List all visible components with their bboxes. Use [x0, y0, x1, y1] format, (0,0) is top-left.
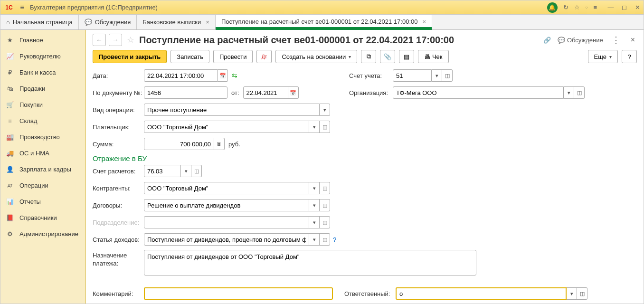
window-maximize-icon[interactable]: ◻ [621, 4, 627, 11]
notifications-icon[interactable]: 🔔 [547, 2, 558, 13]
open-icon[interactable]: ◫ [191, 165, 202, 177]
help-button[interactable]: ? [622, 50, 637, 63]
post-button[interactable]: Провести [213, 50, 253, 63]
nav-forward-button[interactable]: → [109, 34, 122, 46]
dropdown-icon[interactable]: ▾ [309, 199, 320, 211]
sidebar-item-operations[interactable]: ДтОперации [0, 177, 85, 193]
contragent-input[interactable] [144, 182, 309, 194]
history-icon[interactable]: ↻ [563, 4, 568, 11]
calculator-icon[interactable]: 🖩 [214, 138, 225, 150]
dropdown-icon[interactable]: ▾ [309, 182, 320, 194]
sidebar-item-sales[interactable]: 🛍Продажи [0, 80, 85, 96]
list-button[interactable]: ▤ [399, 50, 414, 63]
open-icon[interactable]: ◫ [442, 69, 453, 82]
cart-icon: 🛒 [6, 101, 14, 108]
tab-bank-statements[interactable]: Банковские выписки × [137, 15, 216, 29]
circle-icon[interactable]: ○ [586, 5, 588, 10]
responsible-label: Ответственный: [344, 290, 396, 297]
dropdown-icon[interactable]: ▾ [309, 121, 320, 133]
window-minimize-icon[interactable]: — [607, 4, 614, 11]
create-based-on-button[interactable]: Создать на основании▾ [275, 50, 357, 63]
tab-bank-statements-label: Банковские выписки [142, 19, 201, 26]
more-menu-button[interactable]: Еще▾ [588, 50, 618, 63]
sidebar-item-bank[interactable]: ₽Банк и касса [0, 64, 85, 80]
pallet-icon: ≡ [6, 117, 14, 124]
dropdown-icon[interactable]: ▾ [309, 233, 320, 246]
tab-home[interactable]: ⌂ Начальная страница [0, 15, 79, 29]
dropdown-icon[interactable]: ▾ [309, 216, 320, 228]
op-type-input[interactable] [144, 104, 320, 116]
open-icon[interactable]: ◫ [320, 199, 330, 211]
hamburger-menu-icon[interactable]: ≡ [18, 3, 27, 12]
link-icon[interactable]: 🔗 [543, 37, 551, 44]
nav-back-button[interactable]: ← [93, 34, 106, 46]
responsible-input[interactable] [396, 287, 567, 300]
open-icon[interactable]: ◫ [320, 121, 330, 133]
dropdown-icon[interactable]: ▾ [320, 104, 330, 116]
save-button[interactable]: Записать [170, 50, 209, 63]
sidebar-item-catalogs[interactable]: 📕Справочники [0, 209, 85, 226]
org-input[interactable] [393, 86, 564, 99]
dropdown-icon[interactable]: ▾ [181, 165, 191, 177]
open-icon[interactable]: ◫ [320, 216, 330, 228]
favorite-star-icon[interactable]: ☆ [574, 4, 580, 11]
tab-discussions[interactable]: 💬 Обсуждения [79, 15, 137, 29]
factory-icon: 🏭 [6, 133, 14, 141]
structure-button[interactable]: ⧉ [361, 50, 376, 63]
income-item-input[interactable] [144, 233, 309, 246]
sidebar-item-manager[interactable]: 📈Руководителю [0, 48, 85, 64]
purpose-textarea[interactable] [144, 250, 476, 276]
printer-icon: 🖶 [424, 53, 430, 60]
sidebar-item-reports[interactable]: 📊Отчеты [0, 193, 85, 209]
date-input[interactable] [144, 69, 218, 82]
payer-input[interactable] [144, 121, 309, 133]
from-date-input[interactable] [243, 86, 288, 99]
attach-button[interactable]: 📎 [380, 50, 395, 63]
close-document-icon[interactable]: × [629, 36, 637, 44]
help-icon[interactable]: ? [333, 236, 336, 243]
sidebar-item-production[interactable]: 🏭Производство [0, 129, 85, 145]
sidebar-item-label: Операции [19, 182, 48, 189]
tab-close-icon[interactable]: × [206, 19, 209, 26]
account-label: Счет учета: [349, 72, 393, 79]
tab-active-document[interactable]: Поступление на расчетный счет ве01-00000… [216, 15, 432, 30]
open-icon[interactable]: ◫ [320, 182, 330, 194]
calendar-icon[interactable]: 📅 [218, 69, 228, 82]
calendar-icon[interactable]: 📅 [288, 86, 299, 99]
open-icon[interactable]: ◫ [320, 233, 330, 246]
tab-home-label: Начальная страница [13, 19, 73, 26]
dropdown-icon[interactable]: ▾ [564, 86, 574, 99]
sidebar-item-label: Зарплата и кадры [19, 166, 71, 173]
sidebar-item-purchases[interactable]: 🛒Покупки [0, 96, 85, 113]
account-input[interactable] [393, 69, 432, 82]
titlebar-right-controls: 🔔 ↻ ☆ ○ ≡ — ◻ ✕ [547, 2, 641, 13]
doc-no-input[interactable] [144, 86, 227, 99]
sidebar-item-hr[interactable]: 👤Зарплата и кадры [0, 161, 85, 177]
sidebar-item-admin[interactable]: ⚙Администрирование [0, 226, 85, 242]
sum-input[interactable] [144, 138, 214, 150]
favorite-toggle-icon[interactable]: ☆ [127, 35, 134, 45]
dtkt-button[interactable]: Дт [256, 50, 272, 63]
dropdown-icon[interactable]: ▾ [432, 69, 442, 82]
settle-account-input[interactable] [144, 165, 181, 177]
contract-input[interactable] [144, 199, 309, 211]
filter-icon[interactable]: ≡ [593, 4, 597, 11]
sync-icon[interactable]: ⇆ [232, 72, 237, 79]
sidebar-item-main[interactable]: ★Главное [0, 32, 85, 48]
document-toolbar: Провести и закрыть Записать Провести Дт … [93, 50, 637, 63]
sidebar-item-warehouse[interactable]: ≡Склад [0, 113, 85, 129]
check-button[interactable]: 🖶 Чек [418, 50, 448, 63]
window-close-icon[interactable]: ✕ [634, 4, 641, 11]
discussion-button[interactable]: 💬Обсуждение [558, 37, 603, 44]
home-icon: ⌂ [6, 19, 10, 26]
division-input[interactable] [144, 216, 309, 228]
tab-close-icon[interactable]: × [423, 18, 426, 25]
comment-input[interactable] [144, 287, 333, 300]
sidebar-item-assets[interactable]: 🚚ОС и НМА [0, 145, 85, 161]
sidebar-item-label: ОС и НМА [19, 150, 49, 157]
dropdown-icon[interactable]: ▾ [567, 287, 577, 300]
more-menu-icon[interactable]: ⋮ [610, 35, 622, 45]
open-icon[interactable]: ◫ [577, 287, 587, 300]
open-icon[interactable]: ◫ [574, 86, 585, 99]
post-and-close-button[interactable]: Провести и закрыть [93, 50, 167, 63]
